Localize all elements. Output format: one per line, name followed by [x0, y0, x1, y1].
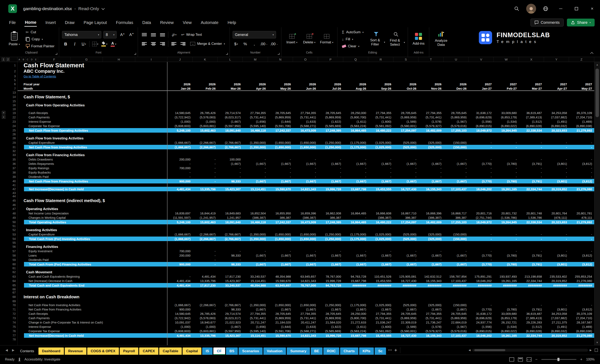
cell[interactable]: [544, 270, 569, 274]
cell[interactable]: [443, 136, 469, 140]
cell[interactable]: (6,023,317): [218, 115, 243, 119]
cell[interactable]: -: [394, 166, 419, 170]
cell[interactable]: 35,376,109: [569, 111, 594, 115]
cell[interactable]: [419, 291, 443, 294]
cell[interactable]: -: [293, 170, 318, 174]
cell[interactable]: [218, 241, 243, 244]
cell[interactable]: [544, 94, 569, 100]
cell[interactable]: [343, 338, 368, 341]
cell[interactable]: [569, 62, 594, 69]
cell[interactable]: [469, 133, 494, 136]
cell[interactable]: -: [243, 166, 268, 170]
cell[interactable]: (3,780): [494, 307, 519, 311]
cell[interactable]: -: [569, 157, 594, 162]
cell[interactable]: [419, 207, 443, 211]
cell[interactable]: 22,334,744: [519, 187, 544, 191]
row-header[interactable]: 68: [9, 294, 17, 300]
cell[interactable]: (3,791): [519, 253, 544, 258]
cell[interactable]: [343, 270, 368, 274]
cell[interactable]: [218, 183, 243, 187]
cell[interactable]: [168, 241, 192, 244]
row-header[interactable]: 67: [9, 291, 17, 294]
cell[interactable]: [343, 136, 368, 140]
cell[interactable]: (3,801): [544, 307, 569, 311]
cell[interactable]: 16,480,222: [368, 128, 393, 133]
cell[interactable]: (5,731,441): [243, 115, 268, 119]
cell[interactable]: [443, 241, 469, 244]
cell[interactable]: 16,473,009: [293, 220, 318, 224]
cell[interactable]: [443, 69, 469, 74]
cell[interactable]: [569, 107, 594, 111]
cell[interactable]: [192, 338, 217, 341]
cell[interactable]: -: [192, 249, 217, 253]
row-label[interactable]: Net Income Less Depreciation: [17, 211, 168, 216]
cell[interactable]: [343, 203, 368, 207]
cell[interactable]: 98,333: [218, 253, 243, 258]
cell[interactable]: [218, 136, 243, 140]
cell[interactable]: [569, 266, 594, 270]
cell[interactable]: 15,453,555: [368, 333, 393, 338]
cell[interactable]: 20,319,852: [544, 333, 569, 338]
cell[interactable]: 16,864,465: [343, 211, 368, 216]
cell[interactable]: (5,869,959): [318, 316, 343, 320]
row-header[interactable]: 42: [9, 187, 17, 191]
cell[interactable]: -: [268, 174, 293, 179]
row-label[interactable]: [17, 224, 168, 228]
cell[interactable]: -: [443, 249, 469, 253]
cell[interactable]: 28,705,645: [394, 111, 419, 115]
cell[interactable]: -: [368, 157, 393, 162]
currency-format-button[interactable]: $▾: [233, 40, 240, 47]
cell[interactable]: [368, 69, 393, 74]
cell[interactable]: 18,091,640: [218, 128, 243, 133]
cell[interactable]: (3,791): [519, 262, 544, 266]
cell[interactable]: (1,667): [443, 179, 469, 183]
cell[interactable]: [268, 294, 293, 300]
cell[interactable]: (1,667): [318, 262, 343, 266]
cell[interactable]: 16,844,419: [192, 211, 217, 216]
cell[interactable]: 2026: [293, 82, 318, 86]
sheet-tab-summary[interactable]: Summary: [287, 347, 310, 355]
cell[interactable]: (5,579,016): [443, 124, 469, 128]
cell[interactable]: [469, 74, 494, 79]
cell[interactable]: -: [318, 258, 343, 262]
cell[interactable]: (5,869,959): [394, 115, 419, 119]
cell[interactable]: [469, 198, 494, 203]
cell[interactable]: [218, 149, 243, 153]
row-header[interactable]: 52: [9, 228, 17, 232]
cell[interactable]: (1,175,000): [343, 303, 368, 307]
cell[interactable]: -: [218, 170, 243, 174]
cell[interactable]: (6,890,015): [469, 124, 494, 128]
cell[interactable]: [569, 224, 594, 228]
cell[interactable]: -: [569, 303, 594, 307]
cell[interactable]: [544, 69, 569, 74]
cell[interactable]: [218, 195, 243, 198]
cell[interactable]: [494, 228, 519, 232]
cell[interactable]: 33,009,680: [494, 111, 519, 115]
cell[interactable]: (1,175,000): [343, 145, 368, 149]
row-header[interactable]: 57: [9, 249, 17, 253]
cell[interactable]: (2,766,667): [218, 303, 243, 307]
row-label[interactable]: [17, 288, 168, 291]
cell[interactable]: 98,333: [218, 307, 243, 311]
cell[interactable]: 100,000: [218, 157, 243, 162]
cell[interactable]: [318, 244, 343, 249]
cell[interactable]: May-27: [569, 86, 594, 91]
cell[interactable]: -: [192, 166, 217, 170]
row-header[interactable]: 60: [9, 262, 17, 266]
cell[interactable]: 34,253,058: [544, 111, 569, 115]
cell[interactable]: (3,801): [544, 162, 569, 166]
cell[interactable]: [293, 270, 318, 274]
cell[interactable]: (2,266,667): [192, 303, 217, 307]
menu-draw[interactable]: Draw: [65, 18, 75, 26]
cell[interactable]: (386,387): [419, 216, 443, 220]
cell[interactable]: [519, 241, 544, 244]
cell[interactable]: 28,167,587: [569, 320, 594, 325]
cell[interactable]: [569, 149, 594, 153]
cell[interactable]: (2,766,667): [218, 237, 243, 241]
clipboard-dialog-launcher[interactable]: [56, 53, 57, 55]
cell[interactable]: [419, 133, 443, 136]
cell[interactable]: [293, 224, 318, 228]
cell[interactable]: -: [394, 174, 419, 179]
cell[interactable]: [218, 207, 243, 211]
cell[interactable]: -: [192, 253, 217, 258]
